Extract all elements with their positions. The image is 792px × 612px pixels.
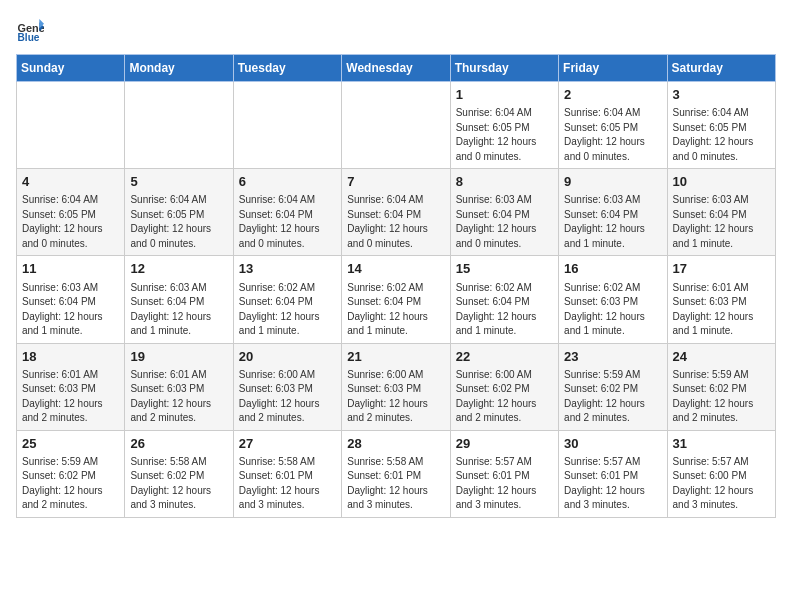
calendar-week-1: 1Sunrise: 6:04 AM Sunset: 6:05 PM Daylig…	[17, 82, 776, 169]
day-info: Sunrise: 6:03 AM Sunset: 6:04 PM Dayligh…	[673, 193, 770, 251]
logo: General Blue	[16, 16, 48, 44]
day-info: Sunrise: 6:03 AM Sunset: 6:04 PM Dayligh…	[130, 281, 227, 339]
day-number: 18	[22, 348, 119, 366]
day-info: Sunrise: 6:04 AM Sunset: 6:05 PM Dayligh…	[673, 106, 770, 164]
day-info: Sunrise: 6:04 AM Sunset: 6:04 PM Dayligh…	[347, 193, 444, 251]
day-number: 26	[130, 435, 227, 453]
day-number: 31	[673, 435, 770, 453]
day-number: 2	[564, 86, 661, 104]
day-info: Sunrise: 6:01 AM Sunset: 6:03 PM Dayligh…	[22, 368, 119, 426]
calendar-cell: 6Sunrise: 6:04 AM Sunset: 6:04 PM Daylig…	[233, 169, 341, 256]
day-header-thursday: Thursday	[450, 55, 558, 82]
day-number: 30	[564, 435, 661, 453]
calendar-cell: 11Sunrise: 6:03 AM Sunset: 6:04 PM Dayli…	[17, 256, 125, 343]
calendar-cell: 4Sunrise: 6:04 AM Sunset: 6:05 PM Daylig…	[17, 169, 125, 256]
day-number: 17	[673, 260, 770, 278]
calendar-cell: 20Sunrise: 6:00 AM Sunset: 6:03 PM Dayli…	[233, 343, 341, 430]
calendar-cell: 30Sunrise: 5:57 AM Sunset: 6:01 PM Dayli…	[559, 430, 667, 517]
day-number: 8	[456, 173, 553, 191]
day-info: Sunrise: 6:03 AM Sunset: 6:04 PM Dayligh…	[22, 281, 119, 339]
calendar-cell: 22Sunrise: 6:00 AM Sunset: 6:02 PM Dayli…	[450, 343, 558, 430]
calendar-cell: 24Sunrise: 5:59 AM Sunset: 6:02 PM Dayli…	[667, 343, 775, 430]
day-info: Sunrise: 6:04 AM Sunset: 6:05 PM Dayligh…	[456, 106, 553, 164]
day-number: 10	[673, 173, 770, 191]
calendar-cell	[342, 82, 450, 169]
calendar-cell: 2Sunrise: 6:04 AM Sunset: 6:05 PM Daylig…	[559, 82, 667, 169]
calendar-cell: 9Sunrise: 6:03 AM Sunset: 6:04 PM Daylig…	[559, 169, 667, 256]
day-number: 20	[239, 348, 336, 366]
calendar-week-4: 18Sunrise: 6:01 AM Sunset: 6:03 PM Dayli…	[17, 343, 776, 430]
calendar-cell: 14Sunrise: 6:02 AM Sunset: 6:04 PM Dayli…	[342, 256, 450, 343]
calendar-cell: 5Sunrise: 6:04 AM Sunset: 6:05 PM Daylig…	[125, 169, 233, 256]
day-header-saturday: Saturday	[667, 55, 775, 82]
day-info: Sunrise: 6:04 AM Sunset: 6:05 PM Dayligh…	[130, 193, 227, 251]
page-header: General Blue	[16, 16, 776, 44]
day-number: 11	[22, 260, 119, 278]
day-number: 9	[564, 173, 661, 191]
day-info: Sunrise: 5:59 AM Sunset: 6:02 PM Dayligh…	[673, 368, 770, 426]
day-number: 24	[673, 348, 770, 366]
day-number: 3	[673, 86, 770, 104]
day-info: Sunrise: 6:02 AM Sunset: 6:04 PM Dayligh…	[456, 281, 553, 339]
day-number: 1	[456, 86, 553, 104]
calendar-cell: 26Sunrise: 5:58 AM Sunset: 6:02 PM Dayli…	[125, 430, 233, 517]
calendar-week-3: 11Sunrise: 6:03 AM Sunset: 6:04 PM Dayli…	[17, 256, 776, 343]
calendar-cell	[233, 82, 341, 169]
calendar-cell: 21Sunrise: 6:00 AM Sunset: 6:03 PM Dayli…	[342, 343, 450, 430]
day-number: 16	[564, 260, 661, 278]
calendar-cell: 7Sunrise: 6:04 AM Sunset: 6:04 PM Daylig…	[342, 169, 450, 256]
calendar-cell: 27Sunrise: 5:58 AM Sunset: 6:01 PM Dayli…	[233, 430, 341, 517]
calendar-cell: 29Sunrise: 5:57 AM Sunset: 6:01 PM Dayli…	[450, 430, 558, 517]
calendar-cell: 13Sunrise: 6:02 AM Sunset: 6:04 PM Dayli…	[233, 256, 341, 343]
day-number: 15	[456, 260, 553, 278]
day-info: Sunrise: 6:01 AM Sunset: 6:03 PM Dayligh…	[673, 281, 770, 339]
day-info: Sunrise: 5:59 AM Sunset: 6:02 PM Dayligh…	[564, 368, 661, 426]
calendar-cell: 23Sunrise: 5:59 AM Sunset: 6:02 PM Dayli…	[559, 343, 667, 430]
day-header-wednesday: Wednesday	[342, 55, 450, 82]
day-info: Sunrise: 5:58 AM Sunset: 6:01 PM Dayligh…	[239, 455, 336, 513]
day-info: Sunrise: 6:00 AM Sunset: 6:02 PM Dayligh…	[456, 368, 553, 426]
day-info: Sunrise: 5:57 AM Sunset: 6:01 PM Dayligh…	[456, 455, 553, 513]
day-header-friday: Friday	[559, 55, 667, 82]
calendar-header-row: SundayMondayTuesdayWednesdayThursdayFrid…	[17, 55, 776, 82]
calendar-cell: 31Sunrise: 5:57 AM Sunset: 6:00 PM Dayli…	[667, 430, 775, 517]
day-header-sunday: Sunday	[17, 55, 125, 82]
calendar-cell: 1Sunrise: 6:04 AM Sunset: 6:05 PM Daylig…	[450, 82, 558, 169]
day-info: Sunrise: 6:04 AM Sunset: 6:05 PM Dayligh…	[22, 193, 119, 251]
calendar-table: SundayMondayTuesdayWednesdayThursdayFrid…	[16, 54, 776, 518]
day-number: 21	[347, 348, 444, 366]
day-info: Sunrise: 6:02 AM Sunset: 6:03 PM Dayligh…	[564, 281, 661, 339]
calendar-cell: 12Sunrise: 6:03 AM Sunset: 6:04 PM Dayli…	[125, 256, 233, 343]
day-number: 14	[347, 260, 444, 278]
calendar-cell	[125, 82, 233, 169]
day-number: 23	[564, 348, 661, 366]
calendar-cell: 10Sunrise: 6:03 AM Sunset: 6:04 PM Dayli…	[667, 169, 775, 256]
calendar-week-5: 25Sunrise: 5:59 AM Sunset: 6:02 PM Dayli…	[17, 430, 776, 517]
day-info: Sunrise: 6:04 AM Sunset: 6:05 PM Dayligh…	[564, 106, 661, 164]
day-number: 12	[130, 260, 227, 278]
day-number: 28	[347, 435, 444, 453]
calendar-cell: 8Sunrise: 6:03 AM Sunset: 6:04 PM Daylig…	[450, 169, 558, 256]
day-info: Sunrise: 5:59 AM Sunset: 6:02 PM Dayligh…	[22, 455, 119, 513]
calendar-cell: 28Sunrise: 5:58 AM Sunset: 6:01 PM Dayli…	[342, 430, 450, 517]
calendar-cell: 3Sunrise: 6:04 AM Sunset: 6:05 PM Daylig…	[667, 82, 775, 169]
day-info: Sunrise: 5:58 AM Sunset: 6:02 PM Dayligh…	[130, 455, 227, 513]
day-info: Sunrise: 6:04 AM Sunset: 6:04 PM Dayligh…	[239, 193, 336, 251]
day-number: 4	[22, 173, 119, 191]
day-info: Sunrise: 6:03 AM Sunset: 6:04 PM Dayligh…	[456, 193, 553, 251]
day-header-monday: Monday	[125, 55, 233, 82]
day-info: Sunrise: 6:02 AM Sunset: 6:04 PM Dayligh…	[239, 281, 336, 339]
calendar-cell: 19Sunrise: 6:01 AM Sunset: 6:03 PM Dayli…	[125, 343, 233, 430]
day-number: 22	[456, 348, 553, 366]
day-info: Sunrise: 5:57 AM Sunset: 6:01 PM Dayligh…	[564, 455, 661, 513]
calendar-cell	[17, 82, 125, 169]
day-info: Sunrise: 6:03 AM Sunset: 6:04 PM Dayligh…	[564, 193, 661, 251]
day-number: 6	[239, 173, 336, 191]
calendar-cell: 16Sunrise: 6:02 AM Sunset: 6:03 PM Dayli…	[559, 256, 667, 343]
day-info: Sunrise: 6:02 AM Sunset: 6:04 PM Dayligh…	[347, 281, 444, 339]
day-info: Sunrise: 6:01 AM Sunset: 6:03 PM Dayligh…	[130, 368, 227, 426]
calendar-cell: 25Sunrise: 5:59 AM Sunset: 6:02 PM Dayli…	[17, 430, 125, 517]
day-info: Sunrise: 6:00 AM Sunset: 6:03 PM Dayligh…	[347, 368, 444, 426]
day-number: 5	[130, 173, 227, 191]
day-number: 27	[239, 435, 336, 453]
